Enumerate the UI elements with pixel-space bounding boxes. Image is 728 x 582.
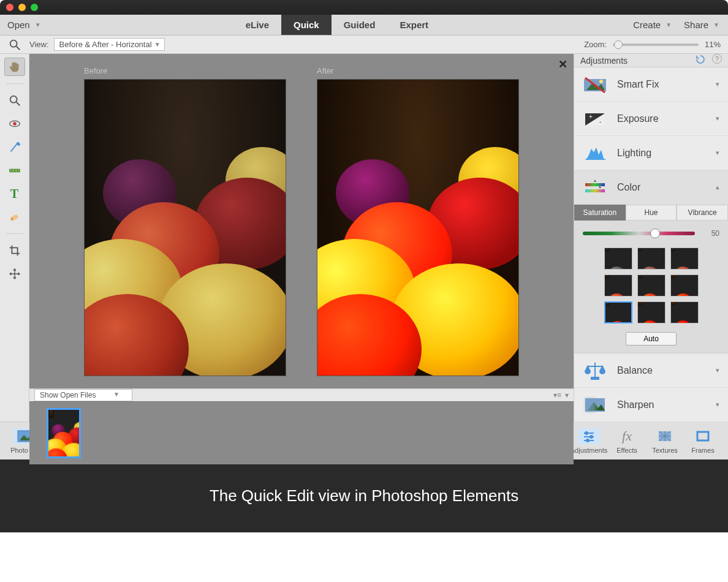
move-tool[interactable] xyxy=(4,265,25,283)
preset-0[interactable] xyxy=(604,248,632,270)
frames-icon xyxy=(696,428,710,444)
create-menu[interactable]: Create▼ xyxy=(633,20,672,30)
open-menu[interactable]: Open ▼ xyxy=(7,20,41,30)
adj-smart-fix[interactable]: Smart Fix ▾ xyxy=(574,67,728,102)
svg-rect-49 xyxy=(697,432,708,440)
view-select[interactable]: Before & After - Horizontal ▼ xyxy=(54,38,165,51)
chevron-down-icon: ▾ xyxy=(716,401,719,409)
hand-tool[interactable] xyxy=(4,58,25,76)
svg-point-46 xyxy=(590,436,593,438)
caret-down-icon: ▼ xyxy=(713,21,719,28)
color-icon xyxy=(583,176,607,198)
preset-2[interactable] xyxy=(670,248,699,270)
lighting-icon xyxy=(583,142,607,164)
svg-rect-31 xyxy=(585,398,595,412)
chevron-down-icon: ▾ xyxy=(716,80,719,88)
tab-guided[interactable]: Guided xyxy=(332,15,388,35)
spot-healing-tool[interactable] xyxy=(4,208,25,226)
share-menu[interactable]: Share▼ xyxy=(684,20,719,30)
panel-menu-icon[interactable]: ▾≡ xyxy=(553,391,561,399)
effects-icon: fx xyxy=(622,428,632,444)
crop-tool[interactable] xyxy=(4,241,25,260)
smart-fix-icon xyxy=(583,74,607,96)
svg-point-14 xyxy=(599,80,603,83)
tab-expert[interactable]: Expert xyxy=(387,15,441,35)
adj-sharpen[interactable]: Sharpen ▾ xyxy=(574,388,728,422)
before-image[interactable] xyxy=(84,79,286,376)
svg-rect-27 xyxy=(591,377,599,379)
balance-icon xyxy=(583,360,607,382)
window-titlebar xyxy=(0,0,728,15)
svg-marker-20 xyxy=(585,148,606,160)
zoom-slider[interactable] xyxy=(613,43,699,46)
chevron-up-icon: ▴ xyxy=(716,183,719,191)
exposure-icon: +- xyxy=(583,108,607,130)
red-eye-tool[interactable] xyxy=(4,115,25,133)
after-label: After xyxy=(317,66,519,75)
figure-caption: The Quick Edit view in Photoshop Element… xyxy=(0,459,728,532)
help-icon[interactable]: ? xyxy=(712,54,722,64)
sharpen-icon xyxy=(583,394,607,416)
document-bar: Show Open Files ▼ ▾≡ ▾ xyxy=(29,388,574,401)
preset-1[interactable] xyxy=(637,248,665,270)
caret-down-icon: ▼ xyxy=(665,21,672,28)
zoom-tool[interactable] xyxy=(4,91,25,110)
options-bar: View: Before & After - Horizontal ▼ Zoom… xyxy=(0,36,728,54)
straighten-tool[interactable] xyxy=(4,161,25,180)
caret-down-icon: ▼ xyxy=(154,41,161,48)
zoom-slider-knob[interactable] xyxy=(614,40,623,49)
saturation-slider[interactable] xyxy=(583,232,695,235)
svg-point-47 xyxy=(586,439,589,442)
adjustments-button[interactable]: Adjustments xyxy=(570,428,608,454)
frames-button[interactable]: Frames xyxy=(684,428,722,454)
preset-4[interactable] xyxy=(637,274,665,297)
before-label: Before xyxy=(84,66,286,75)
open-files-select[interactable]: Show Open Files ▼ xyxy=(34,389,132,401)
adj-exposure[interactable]: +- Exposure ▾ xyxy=(574,102,728,136)
minimize-window-button[interactable] xyxy=(18,4,26,11)
color-controls: Saturation Hue Vibrance 50 xyxy=(574,205,728,353)
preset-3[interactable] xyxy=(604,274,632,297)
svg-text:-: - xyxy=(599,118,601,125)
effects-button[interactable]: fx Effects xyxy=(608,428,646,454)
preset-7[interactable] xyxy=(637,301,665,323)
zoom-label: Zoom: xyxy=(584,40,607,49)
saturation-presets xyxy=(574,241,728,328)
tab-quick[interactable]: Quick xyxy=(281,15,332,35)
preset-6[interactable] xyxy=(604,301,632,323)
textures-button[interactable]: Textures xyxy=(646,428,684,454)
adj-color[interactable]: Color ▴ xyxy=(574,170,728,205)
adj-balance[interactable]: Balance ▾ xyxy=(574,353,728,388)
adj-lighting[interactable]: Lighting ▾ xyxy=(574,136,728,170)
svg-text:+: + xyxy=(589,113,593,120)
chevron-down-icon: ▾ xyxy=(716,149,719,157)
close-window-button[interactable] xyxy=(6,4,13,11)
saturation-slider-knob[interactable] xyxy=(650,229,660,238)
toolbox: T xyxy=(0,54,29,421)
subtab-hue[interactable]: Hue xyxy=(626,205,677,221)
tab-elive[interactable]: eLive xyxy=(233,15,281,35)
after-image[interactable] xyxy=(317,79,519,376)
adjustments-panel: Adjustments ? Smart Fix ▾ +- Exposure ▾ xyxy=(574,54,728,421)
svg-marker-23 xyxy=(594,180,596,182)
zoom-window-button[interactable] xyxy=(31,4,38,11)
collapse-bin-icon[interactable]: ▾ xyxy=(565,391,569,399)
close-document-button[interactable]: ✕ xyxy=(558,58,567,71)
reset-icon[interactable] xyxy=(695,54,706,67)
zoom-tool-shortcut[interactable] xyxy=(4,36,25,54)
svg-line-3 xyxy=(16,102,20,106)
photo-bin xyxy=(29,401,574,464)
svg-rect-21 xyxy=(585,183,605,186)
subtab-saturation[interactable]: Saturation xyxy=(574,205,626,221)
preset-5[interactable] xyxy=(670,274,699,297)
whiten-teeth-tool[interactable] xyxy=(4,138,25,156)
auto-button[interactable]: Auto xyxy=(626,332,677,346)
view-label: View: xyxy=(29,40,49,49)
type-tool[interactable]: T xyxy=(4,184,25,203)
photo-bin-thumb[interactable] xyxy=(47,408,81,458)
subtab-vibrance[interactable]: Vibrance xyxy=(677,205,728,221)
chevron-down-icon: ▾ xyxy=(716,366,719,374)
preset-8[interactable] xyxy=(670,301,699,323)
svg-point-2 xyxy=(10,96,17,103)
caret-down-icon: ▼ xyxy=(113,391,119,398)
